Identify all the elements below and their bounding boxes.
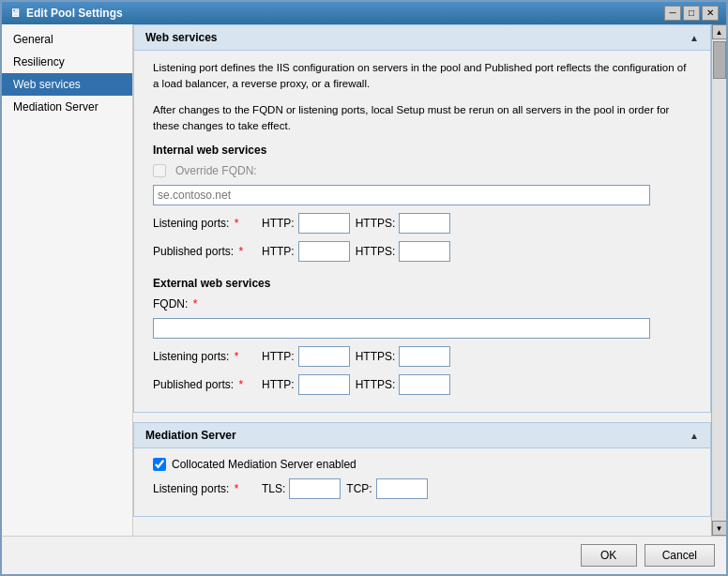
external-published-http-label: HTTP: xyxy=(262,378,295,391)
sidebar-item-general[interactable]: General xyxy=(2,28,132,51)
sidebar-item-resiliency[interactable]: Resiliency xyxy=(2,51,132,73)
internal-published-http-group: HTTP: 80 xyxy=(262,241,350,262)
mediation-server-header: Mediation Server ▲ xyxy=(133,422,711,448)
req-star-4: * xyxy=(235,378,243,391)
external-fqdn-label-row: FQDN: * xyxy=(153,297,691,311)
window-body: General Resiliency Web services Mediatio… xyxy=(2,24,726,536)
cancel-button[interactable]: Cancel xyxy=(645,544,715,567)
collocated-row: Collocated Mediation Server enabled xyxy=(153,458,691,471)
override-fqdn-label: Override FQDN: xyxy=(175,164,257,177)
internal-listening-row: Listening ports: * HTTP: 80 HTTPS: 443 xyxy=(153,213,691,234)
web-services-body: Listening port defines the IIS configura… xyxy=(133,51,711,413)
web-services-header: Web services ▲ xyxy=(133,24,711,51)
external-fqdn-input[interactable]: se.contoso.net xyxy=(153,318,650,339)
mediation-server-body: Collocated Mediation Server enabled List… xyxy=(133,448,711,517)
external-published-http-group: HTTP: 80 xyxy=(262,374,350,395)
title-bar: 🖥 Edit Pool Settings ─ □ ✕ xyxy=(2,2,726,24)
external-web-services-title: External web services xyxy=(153,277,691,290)
scrollbar-thumb[interactable] xyxy=(713,41,726,79)
web-services-collapse-icon[interactable]: ▲ xyxy=(690,33,699,43)
req-star-5: * xyxy=(231,482,238,495)
description-1: Listening port defines the IIS configura… xyxy=(153,60,691,93)
scroll-down-button[interactable]: ▼ xyxy=(712,521,727,536)
close-button[interactable]: ✕ xyxy=(702,6,719,21)
internal-listening-http-label: HTTP: xyxy=(262,217,295,230)
mediation-tcp-group: TCP: xyxy=(346,478,427,499)
sidebar-item-mediation-server[interactable]: Mediation Server xyxy=(2,96,132,118)
req-star-3: * xyxy=(231,350,238,363)
mediation-tcp-input[interactable] xyxy=(376,478,428,499)
web-services-panel: Web services ▲ Listening port defines th… xyxy=(133,24,711,413)
internal-listening-https-group: HTTPS: 443 xyxy=(356,213,451,234)
internal-published-label: Published ports: * xyxy=(153,245,256,258)
description-2: After changes to the FQDN or listening p… xyxy=(153,102,691,135)
main-window: 🖥 Edit Pool Settings ─ □ ✕ General Resil… xyxy=(0,0,728,576)
collocated-label: Collocated Mediation Server enabled xyxy=(172,458,356,471)
scroll-up-button[interactable]: ▲ xyxy=(712,24,727,39)
collocated-checkbox[interactable] xyxy=(153,458,166,471)
external-listening-https-input[interactable]: 4443 xyxy=(399,346,450,367)
internal-published-http-input[interactable]: 80 xyxy=(298,241,350,262)
mediation-tcp-label: TCP: xyxy=(346,482,372,495)
external-listening-http-label: HTTP: xyxy=(262,350,295,363)
internal-published-https-input[interactable]: 443 xyxy=(399,241,450,262)
mediation-server-title: Mediation Server xyxy=(145,429,236,442)
external-listening-http-input[interactable]: 8080 xyxy=(298,346,350,367)
sidebar-item-web-services[interactable]: Web services xyxy=(2,73,132,96)
external-listening-row: Listening ports: * HTTP: 8080 HTTPS: 444… xyxy=(153,346,691,367)
internal-listening-https-input[interactable]: 443 xyxy=(399,213,450,234)
external-published-https-label: HTTPS: xyxy=(356,378,396,391)
external-listening-https-group: HTTPS: 4443 xyxy=(356,346,451,367)
maximize-button[interactable]: □ xyxy=(683,6,700,21)
internal-fqdn-row xyxy=(153,185,691,205)
internal-listening-https-label: HTTPS: xyxy=(356,217,396,230)
mediation-listening-row: Listening ports: * TLS: 5067 TCP: xyxy=(153,478,691,499)
title-bar-text: 🖥 Edit Pool Settings xyxy=(9,7,123,20)
req-star-1: * xyxy=(231,217,238,230)
internal-published-https-label: HTTPS: xyxy=(356,245,396,258)
external-listening-label: Listening ports: * xyxy=(153,350,256,363)
mediation-server-collapse-icon[interactable]: ▲ xyxy=(690,431,699,441)
main-scroll-area: Web services ▲ Listening port defines th… xyxy=(133,24,726,536)
external-published-row: Published ports: * HTTP: 80 HTTPS: 443 xyxy=(153,374,691,395)
internal-published-http-label: HTTP: xyxy=(262,245,295,258)
scrollbar: ▲ ▼ xyxy=(711,24,726,536)
web-services-title: Web services xyxy=(145,31,218,44)
req-star-fqdn: * xyxy=(190,297,197,311)
internal-fqdn-input xyxy=(153,185,650,205)
external-fqdn-row: se.contoso.net xyxy=(153,318,691,339)
sidebar: General Resiliency Web services Mediatio… xyxy=(2,24,133,536)
ok-button[interactable]: OK xyxy=(581,544,637,567)
external-fqdn-label: FQDN: * xyxy=(153,297,197,311)
window-icon: 🖥 xyxy=(9,7,21,20)
internal-listening-http-input[interactable]: 80 xyxy=(298,213,350,234)
window-title: Edit Pool Settings xyxy=(26,7,123,20)
override-fqdn-row: Override FQDN: xyxy=(153,164,691,177)
minimize-button[interactable]: ─ xyxy=(664,6,681,21)
footer-bar: OK Cancel xyxy=(2,536,726,574)
external-listening-https-label: HTTPS: xyxy=(356,350,396,363)
mediation-listening-label: Listening ports: * xyxy=(153,482,256,495)
external-published-https-group: HTTPS: 443 xyxy=(356,374,451,395)
internal-published-row: Published ports: * HTTP: 80 HTTPS: 443 xyxy=(153,241,691,262)
mediation-server-panel: Mediation Server ▲ Collocated Mediation … xyxy=(133,422,711,517)
mediation-tls-group: TLS: 5067 xyxy=(262,478,341,499)
external-published-http-input[interactable]: 80 xyxy=(298,374,350,395)
internal-listening-label: Listening ports: * xyxy=(153,217,256,230)
internal-web-services-title: Internal web services xyxy=(153,144,691,157)
req-star-2: * xyxy=(235,245,243,258)
override-fqdn-checkbox[interactable] xyxy=(153,164,166,177)
internal-published-https-group: HTTPS: 443 xyxy=(356,241,451,262)
title-buttons: ─ □ ✕ xyxy=(664,6,719,21)
mediation-tls-input[interactable]: 5067 xyxy=(289,478,341,499)
internal-listening-http-group: HTTP: 80 xyxy=(262,213,350,234)
external-published-https-input[interactable]: 443 xyxy=(399,374,450,395)
main-content: Web services ▲ Listening port defines th… xyxy=(133,24,711,536)
external-listening-http-group: HTTP: 8080 xyxy=(262,346,350,367)
external-published-label: Published ports: * xyxy=(153,378,256,391)
mediation-tls-label: TLS: xyxy=(262,482,285,495)
